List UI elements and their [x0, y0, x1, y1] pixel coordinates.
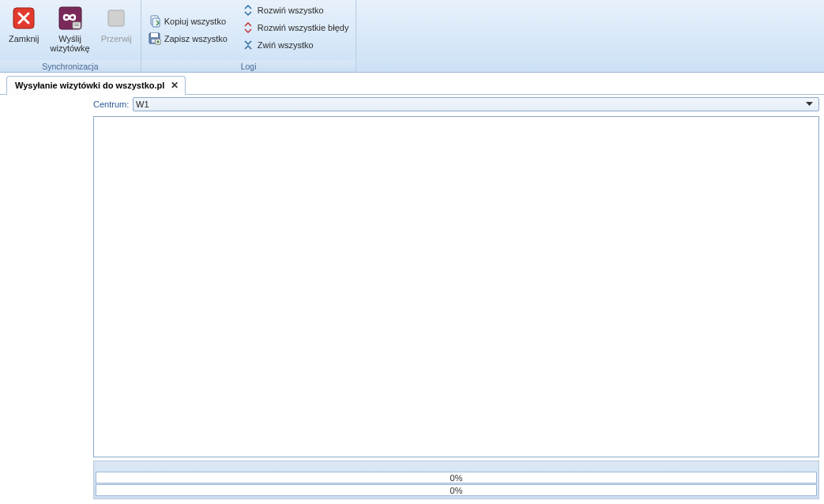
- svg-rect-9: [151, 33, 158, 37]
- ribbon-group-logs: Kopiuj wszystko Zapisz wszystko: [141, 0, 357, 72]
- expand-all-icon: [242, 4, 254, 17]
- ribbon-toolbar: Zamknij Wyślij wizytówkę: [0, 0, 824, 73]
- centrum-value: W1: [136, 100, 806, 109]
- svg-rect-3: [74, 24, 79, 24]
- collapse-all-label: Zwiń wszystko: [258, 40, 314, 50]
- ribbon-group-sync-label: Synchronizacja: [0, 60, 141, 72]
- collapse-all-button[interactable]: Zwiń wszystko: [238, 36, 353, 54]
- send-card-button[interactable]: Wyślij wizytówkę: [45, 2, 96, 55]
- progress-panel: 0% 0%: [93, 461, 819, 499]
- cancel-label: Przerwij: [101, 34, 132, 43]
- copy-icon: [149, 15, 161, 28]
- stop-icon: [103, 6, 129, 31]
- ribbon-group-logs-label: Logi: [141, 60, 356, 72]
- log-output: [93, 116, 819, 457]
- tab-strip: Wysyłanie wizytówki do wszystko.pl ✕: [0, 73, 824, 95]
- tab-close-icon[interactable]: ✕: [169, 80, 180, 91]
- close-label: Zamknij: [9, 34, 40, 43]
- expand-all-label: Rozwiń wszystko: [258, 6, 324, 15]
- progress-bar-2: 0%: [96, 484, 817, 496]
- copy-all-label: Kopiuj wszystko: [164, 17, 226, 26]
- save-all-label: Zapisz wszystko: [164, 34, 228, 43]
- svg-rect-5: [108, 10, 124, 26]
- infinity-icon: [58, 6, 83, 31]
- centrum-label: Centrum:: [93, 100, 133, 109]
- chevron-down-icon: [806, 102, 817, 107]
- centrum-combobox[interactable]: W1: [133, 97, 819, 111]
- expand-all-button[interactable]: Rozwiń wszystko: [238, 2, 353, 19]
- main-panel: Centrum: W1 0% 0%: [93, 95, 819, 499]
- expand-errors-label: Rozwiń wszystkie błędy: [258, 23, 349, 32]
- copy-all-button[interactable]: Kopiuj wszystko: [145, 13, 231, 30]
- save-all-button[interactable]: Zapisz wszystko: [145, 30, 231, 47]
- centrum-row: Centrum: W1: [93, 95, 819, 114]
- progress-bar-2-text: 0%: [450, 486, 463, 495]
- progress-bar-1-text: 0%: [450, 473, 463, 483]
- close-button[interactable]: Zamknij: [3, 2, 45, 55]
- collapse-all-icon: [242, 39, 254, 51]
- expand-errors-icon: [242, 21, 254, 34]
- expand-errors-button[interactable]: Rozwiń wszystkie błędy: [238, 19, 353, 36]
- send-label: Wyślij wizytówkę: [51, 34, 90, 53]
- save-icon: [149, 32, 161, 45]
- tab-send-card[interactable]: Wysyłanie wizytówki do wszystko.pl ✕: [6, 76, 186, 95]
- progress-bar-1: 0%: [96, 472, 817, 483]
- tab-title: Wysyłanie wizytówki do wszystko.pl: [15, 81, 164, 90]
- content-area: Centrum: W1 0% 0%: [0, 95, 824, 504]
- ribbon-group-sync: Zamknij Wyślij wizytówkę: [0, 0, 141, 72]
- svg-rect-4: [74, 25, 79, 26]
- close-icon: [11, 6, 36, 31]
- cancel-button: Przerwij: [96, 2, 137, 55]
